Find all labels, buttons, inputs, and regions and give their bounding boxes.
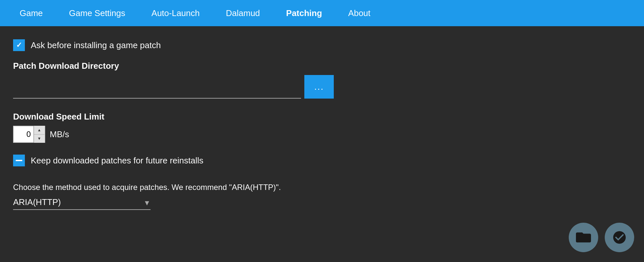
ask-patch-label: Ask before installing a game patch — [31, 40, 161, 50]
keep-patches-row: Keep downloaded patches for future reins… — [13, 155, 631, 166]
nav-item-patching[interactable]: Patching — [273, 0, 335, 26]
checkmark-circle-icon — [612, 230, 627, 245]
spinner-down-button[interactable]: ▼ — [34, 134, 45, 143]
patch-method-section: Choose the method used to acquire patche… — [13, 183, 631, 210]
speed-value: 0 — [14, 130, 33, 139]
patch-method-dropdown[interactable]: ARIA(HTTP) ▼ — [13, 197, 151, 210]
patch-dir-section: Patch Download Directory ... — [13, 61, 631, 99]
spinner-buttons: ▲ ▼ — [33, 126, 45, 143]
ask-patch-row: ✓ Ask before installing a game patch — [13, 39, 631, 51]
nav-item-about[interactable]: About — [335, 0, 384, 26]
checkmark-icon: ✓ — [16, 41, 22, 49]
ask-patch-checkbox[interactable]: ✓ — [13, 39, 25, 51]
nav-item-game-settings[interactable]: Game Settings — [56, 0, 138, 26]
speed-spinner: 0 ▲ ▼ — [13, 126, 45, 143]
browse-button[interactable]: ... — [304, 75, 334, 99]
speed-unit: MB/s — [50, 129, 69, 140]
patch-method-value: ARIA(HTTP) — [13, 197, 140, 207]
keep-patches-label: Keep downloaded patches for future reins… — [31, 156, 204, 166]
dash-icon — [16, 160, 22, 161]
nav-item-auto-launch[interactable]: Auto-Launch — [138, 0, 213, 26]
patch-dir-input[interactable] — [13, 84, 301, 98]
open-folder-button[interactable] — [569, 223, 598, 252]
bottom-buttons — [569, 223, 634, 252]
patch-dir-label: Patch Download Directory — [13, 61, 631, 71]
speed-input-row: 0 ▲ ▼ MB/s — [13, 126, 631, 143]
nav-item-game[interactable]: Game — [7, 0, 56, 26]
patch-method-description: Choose the method used to acquire patche… — [13, 183, 631, 192]
chevron-down-icon: ▼ — [143, 199, 151, 207]
folder-icon — [576, 230, 591, 245]
spinner-up-button[interactable]: ▲ — [34, 126, 45, 134]
main-content: ✓ Ask before installing a game patch Pat… — [0, 26, 644, 223]
download-speed-label: Download Speed Limit — [13, 112, 631, 122]
patch-dir-input-wrapper — [13, 84, 301, 99]
download-speed-section: Download Speed Limit 0 ▲ ▼ MB/s — [13, 112, 631, 143]
confirm-button[interactable] — [605, 223, 634, 252]
nav-item-dalamud[interactable]: Dalamud — [213, 0, 273, 26]
keep-patches-checkbox[interactable] — [13, 155, 25, 166]
navigation-bar: Game Game Settings Auto-Launch Dalamud P… — [0, 0, 644, 26]
patch-dir-row: ... — [13, 75, 631, 99]
